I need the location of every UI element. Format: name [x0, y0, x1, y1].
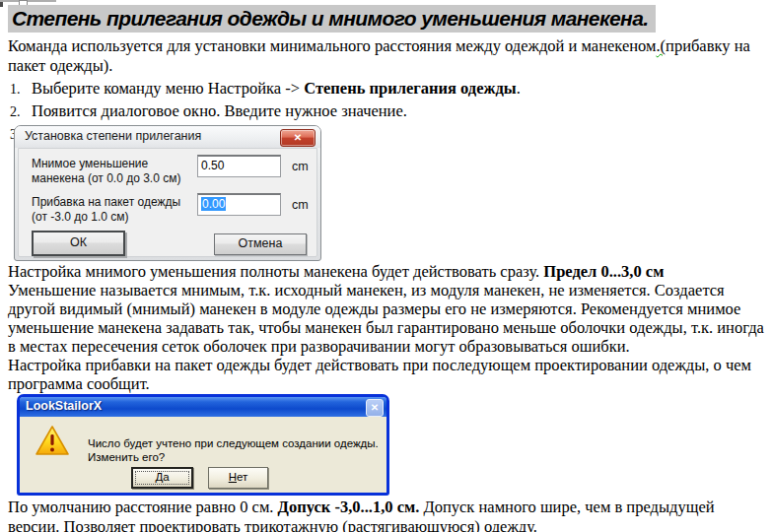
package-allowance-input[interactable]: 0.00	[197, 193, 281, 216]
imaginary-reduction-label: Мнимое уменьшение манекена (от 0.0 до 3.…	[32, 157, 180, 186]
dialog-client-area: Мнимое уменьшение манекена (от 0.0 до 3.…	[18, 148, 317, 257]
intro-text: Команда используется для установки миним…	[8, 36, 656, 55]
page-title: Степень прилегания одежды и мнимого умен…	[8, 5, 656, 33]
warning-icon	[35, 425, 70, 461]
input-value: 0.50	[201, 159, 224, 172]
imaginary-reduction-input[interactable]: 0.50	[197, 155, 281, 177]
label-line: (от -3.0 до 1.0 см)	[32, 210, 129, 224]
label-line: Мнимое уменьшение	[32, 157, 148, 170]
body-text: По умолчанию расстояние равно 0 см.	[8, 498, 278, 516]
description-paragraph-1: Настройка мнимого уменьшения полноты ман…	[8, 262, 769, 281]
lookstailorx-message-dialog: LookStailorX ✕ Число	[17, 394, 389, 496]
close-button[interactable]: ✕	[280, 129, 316, 147]
fit-settings-dialog: Установка степени прилегания ✕ Мнимое ум…	[14, 125, 321, 261]
ok-button[interactable]: ОК	[32, 231, 125, 256]
top-edge-line	[0, 0, 56, 2]
cancel-button[interactable]: Отмена	[214, 233, 307, 255]
dialog-client-area: Число будет учтено при следующем создани…	[20, 417, 386, 493]
close-icon: ✕	[294, 132, 302, 143]
description-paragraph-2: Уменьшение называется мнимым, т.к. исход…	[8, 281, 769, 356]
focus-rectangle	[135, 471, 189, 485]
step-text-bold: Степень прилегания одежды	[304, 79, 517, 98]
step-item: 1.Выберите команду меню Настройка -> Сте…	[10, 78, 759, 100]
grammar-squiggle-text: .(	[656, 36, 666, 55]
step-number: 1.	[10, 79, 32, 100]
step-text: Выберите команду меню Настройка ->	[32, 79, 304, 98]
footer-paragraph: По умолчанию расстояние равно 0 см. Допу…	[8, 498, 769, 532]
step-number: 2.	[10, 101, 32, 123]
step-item: 2.Появится диалоговое окно. Введите нужн…	[10, 100, 759, 123]
package-allowance-label: Прибавка на пакет одежды (от -3.0 до 1.0…	[32, 195, 180, 225]
step-text-post: .	[517, 79, 521, 98]
unit-label: cm	[292, 198, 309, 212]
no-button[interactable]: Нет	[208, 467, 268, 489]
dialog-titlebar[interactable]: Установка степени прилегания ✕	[15, 126, 320, 148]
dialog-title: Установка степени прилегания	[25, 129, 201, 143]
label-line: манекена (от 0.0 до 3.0 см)	[32, 171, 180, 185]
label-line: Прибавка на пакет одежды	[32, 195, 180, 209]
body-text: Настройка мнимого уменьшения полноты ман…	[8, 262, 543, 281]
unit-label: cm	[292, 160, 309, 173]
yes-button[interactable]: Да	[131, 467, 193, 489]
intro-paragraph: Команда используется для установки миним…	[8, 36, 769, 76]
dialog-title: LookStailorX	[26, 399, 102, 413]
input-value-selected: 0.00	[201, 197, 226, 211]
no-button-label: ет	[237, 471, 247, 483]
dialog-titlebar[interactable]: LookStailorX ✕	[20, 397, 386, 417]
close-button[interactable]: ✕	[366, 399, 384, 417]
document-page: Степень прилегания одежды и мнимого умен…	[0, 0, 772, 532]
body-text-bold: Предел 0...3,0 см	[543, 262, 664, 281]
close-icon: ✕	[371, 402, 379, 413]
body-text-bold: Допуск -3,0...1,0 см.	[278, 498, 420, 516]
description-paragraph-3: Настройка прибавки на пакет одежды будет…	[8, 356, 769, 393]
step-text: Появится диалоговое окно. Введите нужное…	[32, 101, 407, 120]
no-button-accel: Н	[229, 471, 237, 483]
dialog-message: Число будет учтено при следующем создани…	[88, 436, 384, 464]
